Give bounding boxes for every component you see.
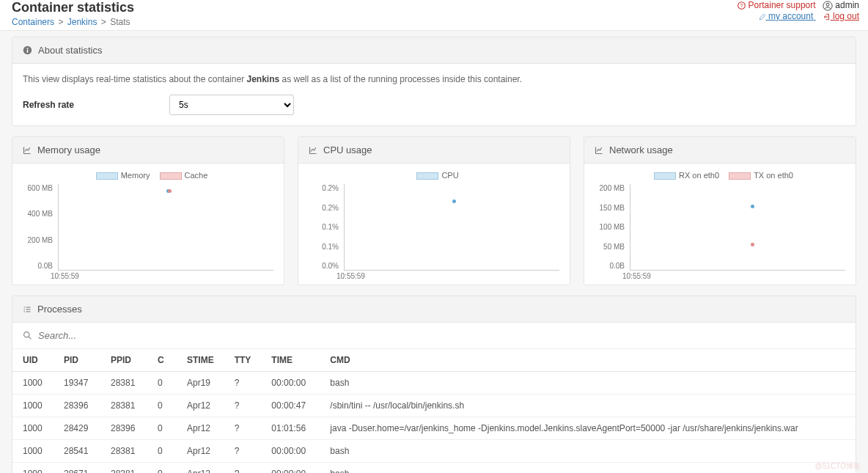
processes-panel: Processes UID PID PPID C STIME TTY TIME …: [12, 296, 856, 473]
th-c[interactable]: C: [147, 349, 177, 372]
watermark: @51CTO博客: [815, 461, 861, 472]
question-icon: ?: [738, 1, 746, 10]
breadcrumb-current: Stats: [110, 17, 130, 27]
cell-pid: 28396: [54, 395, 100, 417]
table-row: 100028396283810Apr12?00:00:47/sbin/tini …: [12, 395, 856, 417]
swatch-icon: [654, 172, 676, 180]
chart-icon: [595, 146, 603, 155]
cell-cmd: bash: [320, 463, 856, 473]
breadcrumb: Containers > Jenkins > Stats: [12, 17, 134, 27]
cell-tty: ?: [224, 372, 262, 395]
processes-title: Processes: [37, 304, 82, 315]
cell-tty: ?: [224, 395, 262, 417]
cell-c: 0: [147, 395, 177, 417]
cell-c: 0: [147, 463, 177, 473]
cell-uid: 1000: [12, 417, 54, 440]
refresh-rate-label: Refresh rate: [23, 100, 155, 110]
table-row: 100019347283810Apr19?00:00:00bash: [12, 372, 856, 395]
about-title: About statistics: [38, 45, 102, 56]
logout-link[interactable]: log out: [823, 11, 859, 21]
th-stime[interactable]: STIME: [177, 349, 224, 372]
chart-icon: [23, 146, 32, 155]
table-row: 100028429283960Apr12?01:01:56java -Duser…: [12, 417, 856, 440]
cell-uid: 1000: [12, 395, 54, 417]
cpu-legend: CPU: [309, 171, 559, 180]
cell-time: 00:00:00: [261, 372, 320, 395]
cell-c: 0: [147, 372, 177, 395]
th-ppid[interactable]: PPID: [100, 349, 147, 372]
about-description: This view displays real-time statistics …: [23, 74, 845, 84]
cell-time: 00:00:00: [261, 440, 320, 463]
swatch-icon: [160, 172, 182, 180]
cell-ppid: 28381: [100, 395, 147, 417]
refresh-rate-select[interactable]: 5s: [169, 95, 294, 115]
network-legend: RX on eth0 TX on eth0: [595, 171, 845, 180]
breadcrumb-container[interactable]: Jenkins: [67, 17, 98, 27]
cell-cmd: bash: [320, 440, 856, 463]
svg-text:?: ?: [740, 4, 743, 9]
th-cmd[interactable]: CMD: [320, 349, 856, 372]
cell-time: 01:01:56: [261, 417, 320, 440]
my-account-link[interactable]: my account: [759, 11, 816, 21]
cell-ppid: 28381: [100, 440, 147, 463]
svg-rect-6: [27, 48, 29, 49]
network-chart: 200 MB 150 MB 100 MB 50 MB 0.0B: [630, 184, 845, 271]
svg-point-3: [826, 3, 829, 6]
swatch-icon: [729, 172, 751, 180]
cell-time: 00:00:47: [261, 395, 320, 417]
cell-stime: Apr12: [177, 440, 224, 463]
cell-ppid: 28381: [100, 463, 147, 473]
cell-cmd: bash: [320, 372, 856, 395]
memory-chart-title: Memory usage: [37, 144, 100, 155]
cell-cmd: java -Duser.home=/var/jenkins_home -Djen…: [320, 417, 856, 440]
cell-c: 0: [147, 417, 177, 440]
cell-uid: 1000: [12, 440, 54, 463]
svg-rect-5: [27, 50, 29, 53]
svg-line-8: [29, 337, 31, 339]
network-chart-title: Network usage: [609, 144, 673, 155]
breadcrumb-containers[interactable]: Containers: [12, 17, 54, 27]
cell-tty: ?: [224, 463, 262, 473]
table-row: 100028671283810Apr12?00:00:00bash: [12, 463, 856, 473]
cell-cmd: /sbin/tini -- /usr/local/bin/jenkins.sh: [320, 395, 856, 417]
cell-uid: 1000: [12, 463, 54, 473]
cpu-chart: 0.2% 0.2% 0.1% 0.1% 0.0%: [344, 184, 559, 271]
memory-chart-panel: Memory usage Memory Cache 600 MB 400 MB …: [12, 136, 284, 285]
th-uid[interactable]: UID: [12, 349, 54, 372]
cell-pid: 19347: [54, 372, 100, 395]
cell-c: 0: [147, 440, 177, 463]
search-input[interactable]: [38, 330, 258, 341]
cell-uid: 1000: [12, 372, 54, 395]
th-time[interactable]: TIME: [261, 349, 320, 372]
cpu-chart-panel: CPU usage CPU 0.2% 0.2% 0.1% 0.1% 0.0%: [298, 136, 570, 285]
cell-ppid: 28381: [100, 372, 147, 395]
user-icon: [823, 1, 833, 11]
memory-legend: Memory Cache: [23, 171, 273, 180]
swatch-icon: [416, 172, 438, 180]
cell-stime: Apr12: [177, 463, 224, 473]
page-title: Container statistics: [12, 0, 134, 15]
cell-tty: ?: [224, 440, 262, 463]
cell-ppid: 28396: [100, 417, 147, 440]
cell-tty: ?: [224, 417, 262, 440]
memory-chart: 600 MB 400 MB 200 MB 0.0B: [58, 184, 273, 271]
th-tty[interactable]: TTY: [224, 349, 262, 372]
processes-table: UID PID PPID C STIME TTY TIME CMD 100019…: [12, 349, 856, 473]
support-link[interactable]: ? Portainer support: [738, 0, 818, 10]
th-pid[interactable]: PID: [54, 349, 100, 372]
about-panel: About statistics This view displays real…: [12, 37, 856, 126]
info-icon: [23, 45, 32, 55]
cell-stime: Apr12: [177, 417, 224, 440]
cell-stime: Apr12: [177, 395, 224, 417]
cell-pid: 28671: [54, 463, 100, 473]
cell-time: 00:00:00: [261, 463, 320, 473]
list-icon: [23, 305, 32, 314]
pencil-icon: [759, 13, 766, 21]
logout-icon: [823, 13, 831, 21]
swatch-icon: [96, 172, 118, 180]
user-badge: admin: [823, 0, 859, 10]
chart-icon: [309, 146, 317, 155]
svg-point-7: [24, 332, 29, 337]
cpu-chart-title: CPU usage: [323, 144, 372, 155]
network-chart-panel: Network usage RX on eth0 TX on eth0 200 …: [584, 136, 856, 285]
